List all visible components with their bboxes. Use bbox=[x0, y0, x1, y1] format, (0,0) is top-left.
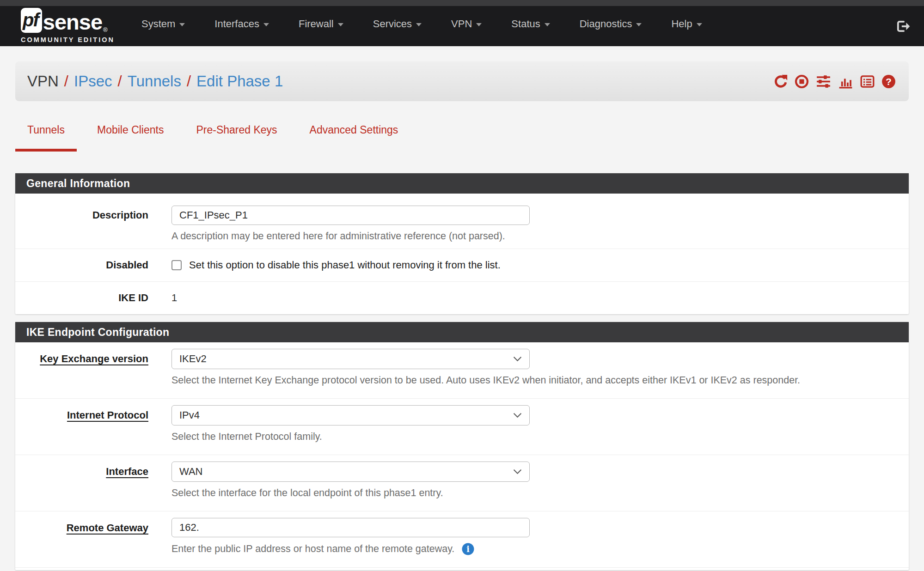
chevron-down-icon bbox=[545, 23, 550, 26]
svg-text:i: i bbox=[466, 544, 470, 554]
nav-item-diagnostics[interactable]: Diagnostics bbox=[580, 18, 642, 30]
nav-item-label: System bbox=[141, 18, 175, 30]
tab-mobile-clients[interactable]: Mobile Clients bbox=[85, 124, 176, 152]
pfsense-logo[interactable]: pfsense® COMMUNITY EDITION bbox=[21, 8, 115, 43]
tab-bar: Tunnels Mobile Clients Pre-Shared Keys A… bbox=[15, 124, 909, 152]
disabled-checkbox-text: Set this option to disable this phase1 w… bbox=[189, 259, 501, 271]
internet-protocol-row: Internet Protocol IPv4 Select the Intern… bbox=[15, 398, 909, 455]
breadcrumb-separator: / bbox=[64, 73, 68, 90]
chevron-down-icon bbox=[513, 469, 522, 474]
key-exchange-version-select[interactable]: IKEv2 bbox=[171, 349, 530, 369]
nav-item-vpn[interactable]: VPN bbox=[451, 18, 482, 30]
nav-item-label: Interfaces bbox=[214, 18, 259, 30]
top-navbar: pfsense® COMMUNITY EDITION System Interf… bbox=[0, 0, 924, 46]
nav-item-label: Diagnostics bbox=[580, 18, 632, 30]
svg-text:?: ? bbox=[886, 76, 892, 86]
internet-protocol-label: Internet Protocol bbox=[15, 405, 171, 443]
nav-item-interfaces[interactable]: Interfaces bbox=[214, 18, 269, 30]
breadcrumb-actions: ? bbox=[773, 74, 896, 89]
remote-gateway-input[interactable] bbox=[171, 518, 530, 537]
chevron-down-icon bbox=[416, 23, 422, 26]
remote-gateway-help: Enter the public IP address or host name… bbox=[171, 543, 454, 555]
tab-pre-shared-keys[interactable]: Pre-Shared Keys bbox=[184, 124, 289, 152]
breadcrumb-bar: VPN / IPsec / Tunnels / Edit Phase 1 bbox=[15, 61, 909, 101]
description-input[interactable] bbox=[171, 206, 530, 225]
main-menu: System Interfaces Firewall Services VPN … bbox=[141, 18, 702, 30]
ike-id-value: 1 bbox=[171, 292, 909, 304]
disabled-label: Disabled bbox=[15, 259, 171, 271]
nav-item-firewall[interactable]: Firewall bbox=[299, 18, 343, 30]
pfsense-page: pfsense® COMMUNITY EDITION System Interf… bbox=[0, 0, 924, 571]
nav-item-label: Status bbox=[511, 18, 540, 30]
stop-icon[interactable] bbox=[795, 74, 809, 89]
internet-protocol-help: Select the Internet Protocol family. bbox=[171, 431, 909, 443]
nav-item-label: VPN bbox=[451, 18, 472, 30]
nav-item-services[interactable]: Services bbox=[373, 18, 422, 30]
breadcrumb: VPN / IPsec / Tunnels / Edit Phase 1 bbox=[27, 73, 283, 90]
select-value: WAN bbox=[179, 466, 203, 478]
remote-gateway-row: Remote Gateway Enter the public IP addre… bbox=[15, 511, 909, 567]
description-label: Description bbox=[15, 206, 171, 242]
help-icon[interactable]: ? bbox=[881, 74, 896, 89]
sign-out-icon[interactable] bbox=[895, 19, 911, 35]
chevron-down-icon bbox=[476, 23, 482, 26]
logo-sense-text: sense bbox=[43, 11, 102, 33]
interface-help: Select the interface for the local endpo… bbox=[171, 487, 909, 499]
breadcrumb-link-ipsec[interactable]: IPsec bbox=[74, 73, 112, 90]
nav-item-label: Services bbox=[373, 18, 412, 30]
breadcrumb-link-tunnels[interactable]: Tunnels bbox=[128, 73, 181, 90]
sliders-icon[interactable] bbox=[816, 74, 831, 89]
ike-id-row: IKE ID 1 bbox=[15, 281, 909, 314]
tab-advanced-settings[interactable]: Advanced Settings bbox=[298, 124, 410, 152]
key-exchange-version-label: Key Exchange version bbox=[15, 349, 171, 386]
chevron-down-icon bbox=[513, 356, 522, 362]
nav-item-status[interactable]: Status bbox=[511, 18, 550, 30]
logo-pf-mark: pf bbox=[21, 8, 42, 33]
list-icon[interactable] bbox=[860, 74, 875, 89]
nav-item-label: Firewall bbox=[299, 18, 334, 30]
chevron-down-icon bbox=[636, 23, 642, 26]
breadcrumb-separator: / bbox=[118, 73, 122, 90]
interface-label: Interface bbox=[15, 462, 171, 499]
general-information-panel: General Information Description A descri… bbox=[15, 173, 909, 314]
info-icon[interactable]: i bbox=[462, 543, 474, 555]
page-content: VPN / IPsec / Tunnels / Edit Phase 1 bbox=[0, 61, 924, 570]
row-divider bbox=[15, 567, 909, 570]
key-exchange-version-row: Key Exchange version IKEv2 Select the In… bbox=[15, 342, 909, 398]
key-exchange-version-help: Select the Internet Key Exchange protoco… bbox=[171, 375, 909, 386]
navbar-top-strip bbox=[0, 0, 924, 6]
ike-id-label: IKE ID bbox=[15, 292, 171, 304]
ike-endpoint-configuration-panel: IKE Endpoint Configuration Key Exchange … bbox=[15, 322, 909, 570]
select-value: IKEv2 bbox=[179, 353, 207, 365]
chevron-down-icon bbox=[338, 23, 343, 26]
chevron-down-icon bbox=[263, 23, 269, 26]
nav-item-system[interactable]: System bbox=[141, 18, 185, 30]
interface-select[interactable]: WAN bbox=[171, 462, 530, 482]
breadcrumb-separator: / bbox=[187, 73, 191, 90]
refresh-icon[interactable] bbox=[773, 74, 788, 89]
remote-gateway-label: Remote Gateway bbox=[15, 518, 171, 555]
tab-tunnels[interactable]: Tunnels bbox=[15, 124, 77, 152]
breadcrumb-vpn: VPN bbox=[27, 73, 59, 90]
nav-item-label: Help bbox=[671, 18, 692, 30]
select-value: IPv4 bbox=[179, 409, 200, 421]
section-title: General Information bbox=[15, 173, 909, 194]
disabled-row: Disabled Set this option to disable this… bbox=[15, 249, 909, 281]
registered-mark: ® bbox=[103, 27, 108, 33]
chevron-down-icon bbox=[697, 23, 702, 26]
bar-chart-icon[interactable] bbox=[838, 74, 853, 89]
description-row: Description A description may be entered… bbox=[15, 194, 909, 249]
chevron-down-icon bbox=[513, 413, 522, 418]
description-help: A description may be entered here for ad… bbox=[171, 231, 909, 242]
breadcrumb-link-edit-phase-1[interactable]: Edit Phase 1 bbox=[196, 73, 283, 90]
section-title: IKE Endpoint Configuration bbox=[15, 322, 909, 342]
disabled-checkbox[interactable] bbox=[171, 260, 182, 270]
interface-row: Interface WAN Select the interface for t… bbox=[15, 455, 909, 511]
chevron-down-icon bbox=[179, 23, 185, 26]
logo-subtitle: COMMUNITY EDITION bbox=[21, 36, 115, 43]
nav-item-help[interactable]: Help bbox=[671, 18, 702, 30]
internet-protocol-select[interactable]: IPv4 bbox=[171, 405, 530, 425]
